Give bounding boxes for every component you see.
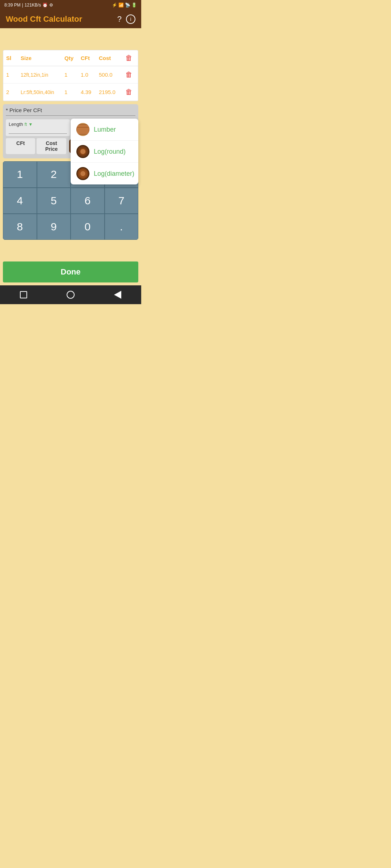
input-panel: * Price Per CFt Length ft ▼ Width in CFt (3, 104, 138, 158)
key-6[interactable]: 6 (71, 188, 105, 214)
network-speed: 121KB/s (25, 3, 41, 8)
nav-triangle-icon (114, 291, 121, 299)
col-header-cost: Cost (99, 55, 122, 61)
table-row: 2 Lr:5ft,50in,40in 1 4.39 2195.0 🗑 (3, 84, 138, 101)
row1-delete[interactable]: 🗑 (122, 71, 135, 79)
key-decimal[interactable]: . (105, 214, 139, 240)
key-5[interactable]: 5 (37, 188, 71, 214)
length-input[interactable] (9, 128, 67, 134)
nav-home-button[interactable] (66, 290, 76, 300)
help-button[interactable]: ? (117, 14, 122, 24)
nav-square-icon (20, 291, 27, 298)
col-header-sl: Sl (6, 55, 21, 61)
bottom-spacer (0, 240, 141, 261)
length-dropdown-arrow[interactable]: ▼ (28, 122, 33, 127)
status-bar: 8:39 PM | 121KB/s ⏰ ⚙ ⚡ 📶 📡 🔋 (0, 0, 141, 10)
cost-result-label: Cost Price (39, 140, 63, 152)
alarm-icon: ⏰ (42, 3, 48, 8)
row1-cost: 500.0 (99, 72, 122, 78)
time: 8:39 PM (4, 3, 21, 8)
status-right: ⚡ 📶 📡 🔋 (112, 3, 137, 8)
dropdown-item-lumber[interactable]: Lumber (71, 119, 138, 141)
key-0[interactable]: 0 (71, 214, 105, 240)
numpad-row-2: 4 5 6 7 (3, 188, 138, 214)
row2-delete[interactable]: 🗑 (122, 88, 135, 96)
row1-sl: 1 (6, 72, 21, 78)
table-row: 1 12ft,12in,1in 1 1.0 500.0 🗑 (3, 66, 138, 84)
col-header-qty: Qty (64, 55, 81, 61)
table-header: Sl Size Qty CFt Cost 🗑 (3, 50, 138, 66)
signal-icon: 📶 (118, 3, 124, 8)
nav-bar (0, 285, 141, 304)
cost-result: Cost Price (37, 138, 66, 154)
log-round-label: Log(round) (94, 148, 126, 156)
done-button[interactable]: Done (3, 261, 138, 282)
length-label: Length ft ▼ (9, 122, 67, 127)
battery-icon: 🔋 (131, 3, 137, 8)
row1-size: 12ft,12in,1in (21, 72, 64, 78)
col-header-cft: CFt (81, 55, 99, 61)
info-button[interactable]: i (126, 14, 135, 24)
log-diameter-label: Log(diameter) (94, 170, 134, 178)
trash-icon-header[interactable]: 🗑 (125, 54, 133, 62)
col-header-size: Size (21, 55, 64, 61)
cft-result-label: CFt (9, 140, 32, 146)
dropdown-item-log-round[interactable]: Log(round) (71, 141, 138, 163)
lumber-label: Lumber (94, 126, 116, 133)
lumber-icon (76, 123, 89, 136)
row2-cft: 4.39 (81, 89, 99, 95)
app-bar-icons: ? i (117, 14, 135, 24)
row2-size: Lr:5ft,50in,40in (21, 89, 64, 95)
bluetooth-icon: ⚡ (112, 3, 117, 8)
data-table: Sl Size Qty CFt Cost 🗑 1 12ft,12in,1in 1… (3, 50, 138, 101)
log-round-icon (76, 145, 89, 158)
key-8[interactable]: 8 (3, 214, 37, 240)
length-field: Length ft ▼ (6, 119, 70, 136)
row2-cost: 2195.0 (99, 89, 122, 95)
app-title: Wood Cft Calculator (6, 14, 82, 24)
cft-result: CFt (6, 138, 35, 154)
nav-back-button[interactable] (113, 290, 123, 300)
col-header-delete: 🗑 (122, 54, 135, 62)
key-7[interactable]: 7 (105, 188, 139, 214)
nav-square-button[interactable] (18, 290, 29, 300)
wood-type-dropdown: Lumber Log(round) Log(diameter) (71, 119, 138, 184)
status-left: 8:39 PM | 121KB/s ⏰ ⚙ (4, 3, 53, 8)
settings-icon: ⚙ (49, 3, 53, 8)
key-2[interactable]: 2 (37, 161, 71, 188)
row2-sl: 2 (6, 89, 21, 95)
row1-qty: 1 (64, 72, 81, 78)
wifi-icon: 📡 (125, 3, 130, 8)
app-bar: Wood Cft Calculator ? i (0, 10, 141, 28)
nav-circle-icon (67, 291, 75, 299)
row1-cft: 1.0 (81, 72, 99, 78)
price-label: * Price Per CFt (6, 107, 135, 113)
price-row: * Price Per CFt (6, 107, 135, 113)
row2-qty: 1 (64, 89, 81, 95)
log-round-shape (76, 145, 89, 158)
key-1[interactable]: 1 (3, 161, 37, 188)
numpad-row-3: 8 9 0 . (3, 214, 138, 240)
log-diameter-icon (76, 167, 89, 180)
dropdown-item-log-diameter[interactable]: Log(diameter) (71, 163, 138, 184)
lumber-shape-icon (76, 124, 89, 135)
separator: | (22, 3, 23, 8)
top-spacer (0, 28, 141, 50)
key-4[interactable]: 4 (3, 188, 37, 214)
log-diameter-shape (76, 167, 89, 180)
key-9[interactable]: 9 (37, 214, 71, 240)
